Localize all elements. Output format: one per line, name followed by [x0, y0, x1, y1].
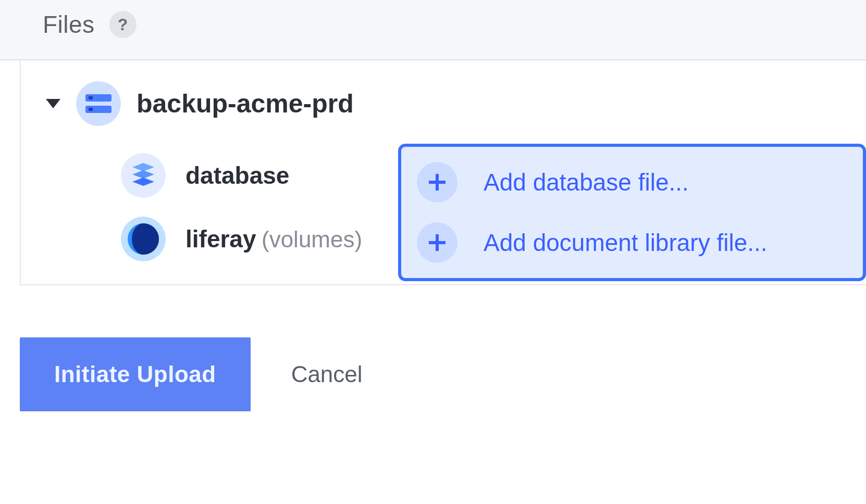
panel-header: Files ?	[0, 0, 866, 60]
add-database-file-button[interactable]: Add database file...	[417, 162, 847, 203]
tree-child-label: database	[185, 161, 289, 190]
liferay-icon	[121, 217, 166, 261]
action-bar: Initiate Upload Cancel	[20, 337, 866, 411]
files-panel: Files ? backup-acme-prd	[0, 0, 866, 411]
initiate-upload-button[interactable]: Initiate Upload	[20, 337, 251, 411]
plus-icon	[417, 162, 457, 203]
panel-title: Files	[43, 10, 95, 39]
add-database-label: Add database file...	[484, 168, 689, 196]
cancel-button[interactable]: Cancel	[291, 361, 363, 387]
add-doclib-label: Add document library file...	[484, 229, 768, 257]
panel-body: backup-acme-prd database	[20, 60, 866, 285]
add-document-library-file-button[interactable]: Add document library file...	[417, 222, 847, 263]
caret-down-icon[interactable]	[46, 99, 60, 108]
svg-rect-1	[89, 96, 93, 99]
upload-drop-zone: Add database file... Add document librar…	[398, 144, 866, 281]
svg-rect-8	[429, 241, 446, 244]
tree-child-sublabel: (volumes)	[262, 226, 362, 252]
tree-root-label: backup-acme-prd	[137, 89, 354, 119]
tree-root-row[interactable]: backup-acme-prd	[42, 81, 866, 126]
server-icon	[76, 81, 121, 126]
svg-rect-6	[429, 181, 446, 184]
tree-child-label: liferay	[185, 225, 256, 253]
database-icon	[121, 153, 166, 198]
tree-children: database liferay (volumes)	[42, 144, 866, 271]
plus-icon	[417, 222, 457, 263]
help-icon[interactable]: ?	[109, 11, 137, 38]
svg-rect-3	[89, 108, 93, 111]
